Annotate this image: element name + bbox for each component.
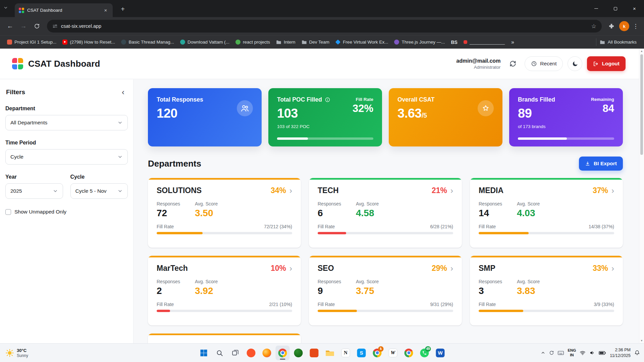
chevron-right-icon[interactable]: › (450, 187, 453, 195)
site-info-icon[interactable] (52, 23, 58, 29)
extensions-icon[interactable] (605, 20, 618, 33)
tray-sync-icon[interactable] (549, 350, 554, 355)
new-tab-button[interactable]: + (118, 5, 127, 14)
logout-button[interactable]: Logout (587, 56, 626, 71)
weather-widget[interactable]: 30°C Sunny (3, 344, 31, 362)
department-card-smp[interactable]: SMP 33% › Responses3 Avg. Score3.83 Fill… (470, 256, 623, 325)
start-button[interactable] (197, 346, 211, 360)
year-select[interactable]: 2025 (5, 183, 63, 199)
collapse-sidebar-icon[interactable]: ‹ (119, 88, 127, 96)
close-window-button[interactable]: × (625, 0, 644, 17)
tab-close-icon[interactable]: × (103, 7, 109, 13)
maximize-button[interactable] (606, 0, 625, 17)
battery-icon[interactable] (599, 351, 606, 355)
window-controls: × (587, 0, 644, 17)
chrome-icon-2[interactable] (402, 346, 416, 360)
unmapped-checkbox[interactable] (5, 209, 11, 215)
search-icon[interactable] (213, 346, 227, 360)
all-bookmarks-button[interactable]: All Bookmarks (596, 38, 640, 46)
url-text[interactable]: csat-six.vercel.app (61, 23, 588, 29)
time-period-select[interactable]: Cycle (5, 149, 128, 165)
info-icon[interactable] (325, 97, 330, 103)
bookmark-item[interactable]: Project IGI 1 Setup... (4, 38, 59, 46)
department-fill-percent: 33% (593, 264, 608, 273)
scroll-down-arrow[interactable]: ▼ (639, 338, 644, 343)
department-card-seo[interactable]: SEO 29% › Responses9 Avg. Score3.75 Fill… (309, 256, 462, 325)
responses-value: 2 (157, 286, 195, 296)
department-filter-label: Department (5, 106, 128, 112)
chrome-icon-active[interactable] (276, 346, 290, 360)
clock-widget[interactable]: 2:36 PM 11/12/2025 (610, 347, 631, 359)
cycle-select[interactable]: Cycle 5 - Nov (70, 183, 128, 199)
reload-button[interactable] (30, 19, 44, 33)
tray-date: 11/12/2025 (610, 353, 631, 359)
bookmark-star-icon[interactable]: ☆ (591, 23, 596, 30)
language-indicator[interactable]: ENG IN (568, 348, 576, 358)
bookmark-item[interactable]: BS (448, 38, 460, 46)
chevron-right-icon[interactable]: › (289, 264, 292, 273)
card-top-accent (470, 178, 623, 180)
task-view-icon[interactable] (228, 346, 243, 360)
wifi-icon[interactable] (580, 350, 586, 356)
avg-score-label: Avg. Score (517, 279, 540, 284)
department-select[interactable]: All Departments (5, 115, 128, 130)
xbox-icon[interactable] (291, 346, 306, 360)
bookmark-item[interactable]: react projects (232, 38, 273, 46)
notification-bell-icon[interactable] (634, 350, 640, 356)
bookmark-item[interactable]: (2798) How to Reset... (59, 38, 118, 46)
profile-avatar[interactable]: k (619, 21, 629, 31)
chevron-right-icon[interactable]: › (611, 187, 614, 195)
whatsapp-icon[interactable]: 49 (418, 346, 432, 360)
red-app-icon[interactable] (307, 346, 321, 360)
writer-icon[interactable]: W (386, 346, 400, 360)
browser-tab[interactable]: CSAT Dashboard × (15, 3, 113, 17)
bookmark-item[interactable]: Download Vattam (... (177, 38, 232, 46)
chevron-right-icon[interactable]: › (450, 264, 453, 273)
bookmark-item[interactable]: Free Virtual Work Ex... (332, 38, 391, 46)
bi-export-button[interactable]: BI Export (579, 157, 623, 171)
chrome-profile-icon[interactable]: k (370, 346, 384, 360)
file-explorer-icon[interactable] (323, 346, 337, 360)
bookmark-folder[interactable]: Intern (273, 38, 299, 46)
scrollbar-thumb[interactable] (640, 54, 643, 155)
dark-mode-button[interactable] (568, 56, 582, 71)
bookmark-folder[interactable]: Dev Team (299, 38, 333, 46)
recent-button[interactable]: Recent (525, 56, 563, 71)
browser-menu-icon[interactable]: ⋮ (631, 23, 641, 30)
responses-label: Responses (479, 201, 517, 206)
logout-label: Logout (602, 61, 620, 67)
address-bar[interactable]: csat-six.vercel.app ☆ (47, 20, 602, 33)
card-top-accent (148, 334, 301, 335)
refresh-button[interactable] (506, 57, 520, 71)
bookmarks-overflow-icon[interactable]: » (508, 39, 518, 45)
tab-search-icon[interactable] (3, 5, 8, 10)
scroll-up-arrow[interactable]: ▲ (639, 49, 644, 54)
volume-icon[interactable] (589, 350, 595, 356)
stat-label: Overall CSAT (397, 96, 494, 103)
tray-chevron-up-icon[interactable] (541, 351, 545, 355)
touch-keyboard-icon[interactable] (558, 351, 564, 355)
department-card-partial[interactable] (148, 334, 301, 343)
word-icon[interactable]: W (433, 346, 447, 360)
department-name: SEO (318, 264, 334, 273)
department-card-martech[interactable]: MarTech 10% › Responses2 Avg. Score3.92 … (148, 256, 301, 325)
bookmark-item[interactable]: Basic Thread Manag... (118, 38, 177, 46)
brave-icon[interactable] (244, 346, 258, 360)
bookmark-item[interactable]: Three.js Journey —... (391, 38, 448, 46)
department-card-tech[interactable]: TECH 21% › Responses6 Avg. Score4.58 Fil… (309, 178, 462, 248)
chevron-right-icon[interactable]: › (611, 264, 614, 273)
chevron-right-icon[interactable]: › (289, 187, 292, 195)
notion-icon[interactable]: N (339, 346, 353, 360)
skype-icon[interactable]: S (355, 346, 369, 360)
forward-button[interactable]: → (17, 19, 30, 33)
firefox-icon[interactable] (260, 346, 274, 360)
minimize-button[interactable] (587, 0, 606, 17)
page-scrollbar[interactable]: ▲ ▼ (639, 49, 644, 343)
fill-rate-bar (318, 232, 453, 234)
folder-icon (302, 40, 307, 45)
back-button[interactable]: ← (3, 19, 17, 33)
department-card-solutions[interactable]: SOLUTIONS 34% › Responses72 Avg. Score3.… (148, 178, 301, 248)
bookmark-item[interactable]: ______________ (461, 38, 508, 46)
unmapped-checkbox-label: Show Unmapped Only (14, 209, 66, 215)
department-card-media[interactable]: MEDIA 37% › Responses14 Avg. Score4.03 F… (470, 178, 623, 248)
